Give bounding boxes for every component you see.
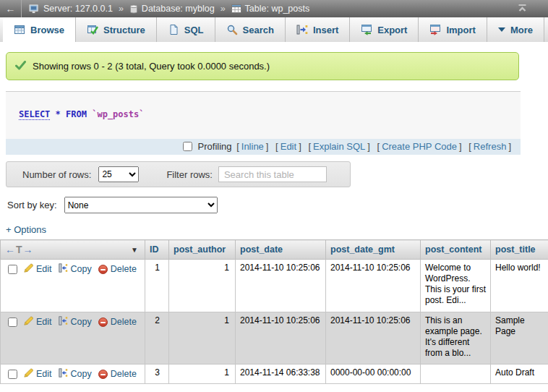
tab-search-label: Search [243, 25, 274, 35]
pencil-icon [24, 368, 33, 380]
copy-icon [59, 368, 68, 380]
column-header-post-author[interactable]: post_author [169, 240, 236, 260]
breadcrumb-database[interactable]: Database: myblog [129, 4, 215, 14]
profiling-checkbox[interactable] [183, 142, 192, 151]
structure-icon [87, 24, 98, 35]
sql-table-identifier: `wp_posts` [92, 109, 144, 119]
edit-row-link[interactable]: Edit [24, 368, 52, 380]
tab-import[interactable]: Import [419, 17, 487, 42]
copy-row-link[interactable]: Copy [59, 316, 92, 328]
breadcrumb-server[interactable]: Server: 127.0.0.1 [29, 4, 113, 14]
breadcrumb-table-label: Table: wp_posts [245, 4, 310, 14]
cell-post-date: 2014-11-10 10:25:06 [236, 312, 326, 365]
sort-by-key-label: Sort by key: [7, 200, 57, 210]
edit-query-link[interactable]: Edit [281, 141, 296, 152]
pencil-icon [24, 316, 33, 328]
tab-insert[interactable]: Insert [286, 17, 350, 42]
cell-post-content: This is an example page. It's different … [421, 312, 491, 365]
move-columns-left-icon[interactable]: ← [5, 244, 15, 255]
breadcrumb: Server: 127.0.0.1 » Database: myblog » T… [29, 4, 309, 14]
breadcrumb-bar: ← Server: 127.0.0.1 » Database: myblog » [0, 0, 548, 17]
bracket: [ [468, 141, 471, 152]
options-toggle[interactable]: + Options [6, 224, 46, 235]
delete-row-link[interactable]: Delete [98, 264, 137, 275]
cell-post-content [421, 365, 491, 384]
column-header-post-date-gmt[interactable]: post_date_gmt [326, 240, 421, 260]
cell-post-author: 1 [169, 365, 236, 384]
sql-icon [168, 24, 179, 35]
edit-row-link[interactable]: Edit [24, 316, 52, 328]
pencil-icon [24, 263, 33, 276]
query-toolbar: Profiling [Inline] [Edit] [Explain SQL] … [6, 139, 521, 155]
cell-post-title: Hello world! [491, 260, 548, 312]
copy-row-link[interactable]: Copy [59, 263, 92, 276]
refresh-link[interactable]: Refresh [474, 141, 507, 152]
column-header-id[interactable]: ID [145, 240, 169, 260]
column-header-post-content[interactable]: post_content [421, 240, 491, 260]
status-message-text: Showing rows 0 - 2 (3 total, Query took … [33, 61, 270, 72]
browse-icon [14, 24, 25, 35]
search-icon [226, 24, 238, 35]
status-message: Showing rows 0 - 2 (3 total, Query took … [6, 52, 519, 80]
sort-key-select[interactable]: None [64, 197, 218, 213]
server-icon [29, 4, 40, 14]
table-row: Edit Copy Delete 2 1 2014-11-10 1 [1, 312, 548, 365]
rows-control-bar: Number of rows: 25 Filter rows: [6, 161, 351, 187]
export-icon [361, 24, 372, 35]
filter-rows-input[interactable] [218, 166, 327, 182]
bracket: [ [308, 141, 311, 152]
cell-post-title: Sample Page [491, 312, 548, 365]
tab-browse-label: Browse [30, 25, 64, 35]
rows-count-label: Number of rows: [22, 169, 91, 180]
tab-browse[interactable]: Browse [3, 17, 76, 42]
row-select-checkbox[interactable] [8, 318, 17, 327]
row-select-checkbox[interactable] [8, 265, 17, 274]
message-area: Showing rows 0 - 2 (3 total, Query took … [0, 42, 548, 80]
filter-rows-label: Filter rows: [166, 169, 213, 180]
bracket: ] [266, 141, 269, 152]
copy-row-link[interactable]: Copy [59, 368, 92, 380]
move-columns-right-icon[interactable]: → [23, 244, 33, 255]
back-arrow-button[interactable]: ← [0, 0, 22, 17]
database-icon [129, 4, 138, 14]
breadcrumb-database-label: Database: myblog [142, 4, 215, 14]
cell-id: 1 [145, 260, 169, 312]
breadcrumb-separator: » [221, 4, 226, 14]
tab-search[interactable]: Search [215, 17, 286, 42]
delete-icon [98, 265, 108, 274]
bracket: ] [299, 141, 301, 152]
bracket: [ [377, 141, 380, 152]
cell-post-title: Auto Draft [491, 365, 548, 384]
column-header-post-title[interactable]: post_title [491, 240, 548, 260]
tab-more[interactable]: More [487, 17, 544, 42]
explain-sql-link[interactable]: Explain SQL [313, 141, 365, 152]
tab-structure[interactable]: Structure [76, 17, 157, 42]
bracket: ] [367, 141, 370, 152]
edit-row-link[interactable]: Edit [24, 263, 52, 276]
inline-link[interactable]: Inline [241, 141, 264, 152]
table-row: Edit Copy Delete 1 1 2014-11-10 1 [1, 260, 548, 312]
cell-post-date-gmt: 2014-11-10 10:25:06 [326, 312, 421, 365]
cell-post-content: Welcome to WordPress. This is your first… [421, 260, 491, 312]
tab-export-label: Export [377, 25, 407, 35]
tab-sql[interactable]: SQL [157, 17, 215, 42]
row-select-checkbox[interactable] [8, 370, 17, 379]
profiling-label: Profiling [198, 141, 232, 152]
column-header-post-date[interactable]: post_date [236, 240, 326, 260]
tab-export[interactable]: Export [350, 17, 419, 42]
bracket: ] [508, 141, 511, 152]
tab-more-label: More [510, 25, 533, 35]
rows-count-select[interactable]: 25 [98, 166, 139, 182]
collapse-panel-button[interactable] [517, 4, 528, 14]
column-nav-header: ← T → ▼ [1, 240, 145, 260]
create-php-code-link[interactable]: Create PHP Code [382, 141, 457, 152]
cell-id: 3 [145, 365, 169, 384]
tab-import-label: Import [446, 25, 475, 35]
delete-row-link[interactable]: Delete [98, 369, 137, 380]
sql-keyword-select[interactable]: SELECT [19, 109, 50, 120]
cell-post-author: 1 [169, 260, 236, 312]
options-dropdown-icon[interactable]: ▼ [131, 246, 138, 254]
delete-row-link[interactable]: Delete [98, 317, 137, 328]
sort-row: Sort by key: None [7, 197, 548, 213]
breadcrumb-table[interactable]: Table: wp_posts [231, 4, 310, 14]
